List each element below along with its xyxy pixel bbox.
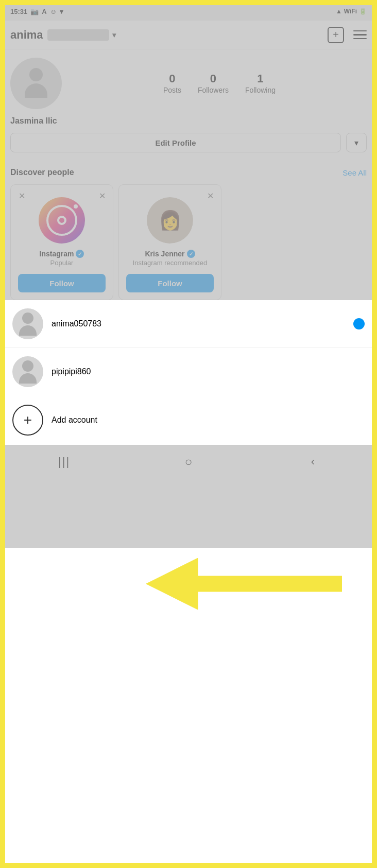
instagram-center [57,216,66,225]
edit-profile-button[interactable]: Edit Profile [10,133,341,152]
account-avatar-pipi [12,356,43,387]
account-dropdown-arrow[interactable]: ▾ [112,31,116,39]
discover-header: Discover people See All [10,168,367,177]
battery-icon: 🔋 [359,8,367,15]
nav-back-button[interactable]: ||| [57,454,72,470]
suggestion-card-instagram: ✕ ✕ Instagram ✓ Popular Follow [10,184,113,300]
instagram-logo-avatar [39,197,85,244]
signal-icon: ▲ [336,8,342,15]
stats-row: 0 Posts 0 Followers 1 Following [72,72,367,95]
account-username-anima: anima050783 [52,319,345,328]
account-switcher-panel: anima050783 pipipipi860 + Add account [2,300,375,445]
svg-marker-0 [146,558,342,610]
status-bar: 15:31 📷 A ☺ ▾ ▲ WiFi 🔋 [2,2,375,21]
followers-label: Followers [198,86,229,94]
account-item-anima[interactable]: anima050783 [2,300,375,348]
kris-jenner-name-row: Kris Jenner ✓ [145,250,195,258]
pipi-person-icon [19,360,37,384]
active-account-indicator [353,318,365,329]
status-time: 15:31 [10,8,27,15]
kris-jenner-photo: 👩 [147,197,193,244]
kris-jenner-verified-badge: ✓ [187,250,195,258]
menu-button[interactable] [353,30,367,40]
instagram-follow-button[interactable]: Follow [18,274,106,292]
pipi-avatar-body [19,373,37,384]
posts-stat[interactable]: 0 Posts [163,72,181,95]
plus-icon: + [333,29,339,41]
hamburger-line-1 [353,30,367,32]
suggestion-card-kris-jenner: ✕ 👩 Kris Jenner ✓ Instagram recommended … [118,184,221,300]
text-a-icon: A [42,8,46,15]
add-account-item[interactable]: + Add account [2,395,375,445]
username-blur-mask [47,29,109,41]
chevron-status-icon: ▾ [60,8,63,15]
status-bar-right: ▲ WiFi 🔋 [336,8,367,15]
hamburger-line-2 [353,34,367,36]
anima-avatar-head [22,313,33,324]
add-post-button[interactable]: + [328,27,344,43]
profile-display-name: Jasmina Ilic [10,116,367,126]
see-all-button[interactable]: See All [342,168,367,177]
chevron-down-icon: ▾ [354,138,358,148]
plus-icon-add: + [24,412,32,428]
profile-options-button[interactable]: ▾ [346,133,367,152]
top-nav-right: + [328,27,367,43]
profile-avatar[interactable] [10,58,62,109]
top-nav: anima ▾ + [2,21,375,49]
posts-label: Posts [163,86,181,94]
forward-chevron-icon: ‹ [311,455,315,468]
card-dismiss-left[interactable]: ✕ [16,190,27,201]
avatar-head [29,68,43,81]
account-item-pipi[interactable]: pipipipi860 [2,348,375,395]
default-avatar-icon [21,68,52,99]
top-nav-username: anima [10,28,43,42]
status-bar-left: 15:31 📷 A ☺ ▾ [10,8,63,15]
face-status-icon: ☺ [50,8,57,15]
followers-stat[interactable]: 0 Followers [198,72,229,95]
followers-count: 0 [198,72,229,85]
card-dismiss-instagram[interactable]: ✕ [96,190,108,201]
discover-section: Discover people See All ✕ ✕ Instagram ✓ … [2,168,375,300]
kris-jenner-name: Kris Jenner [145,250,184,258]
pipi-avatar-head [22,360,33,372]
back-lines-icon: ||| [58,455,70,468]
discover-people-title: Discover people [10,168,74,177]
nav-home-button[interactable]: ○ [181,454,196,470]
profile-section: 0 Posts 0 Followers 1 Following Jasmina … [2,49,375,168]
kris-jenner-avatar: 👩 [147,197,193,244]
anima-avatar-body [19,325,37,336]
instagram-top-dot [74,204,78,209]
following-label: Following [245,86,276,94]
posts-count: 0 [163,72,181,85]
camera-status-icon: 📷 [30,8,39,15]
kris-jenner-follow-button[interactable]: Follow [126,274,214,292]
suggestions-row: ✕ ✕ Instagram ✓ Popular Follow ✕ [10,184,367,300]
hamburger-line-3 [353,38,367,40]
yellow-arrow-annotation [146,558,342,612]
home-circle-icon: ○ [185,455,193,469]
avatar-body [25,83,47,98]
arrow-svg [146,558,342,610]
add-account-button[interactable]: + [12,405,43,436]
profile-header: 0 Posts 0 Followers 1 Following [10,58,367,109]
following-count: 1 [245,72,276,85]
card-dismiss-kris[interactable]: ✕ [204,190,216,201]
bottom-nav: ||| ○ ‹ [2,445,375,478]
instagram-name-row: Instagram ✓ [40,250,84,258]
instagram-name: Instagram [40,250,74,258]
instagram-gradient-logo [39,197,85,244]
wifi-icon: WiFi [344,8,357,15]
kris-jenner-subtitle: Instagram recommended [133,259,208,267]
instagram-verified-badge: ✓ [76,250,84,258]
instagram-subtitle: Popular [50,259,74,267]
nav-forward-button[interactable]: ‹ [305,454,320,470]
anima-person-icon [19,313,37,336]
following-stat[interactable]: 1 Following [245,72,276,95]
top-nav-left[interactable]: anima ▾ [10,28,116,42]
add-account-label: Add account [52,415,97,425]
edit-profile-row: Edit Profile ▾ [10,133,367,152]
account-avatar-anima [12,308,43,339]
instagram-ring [46,205,77,236]
account-username-pipi: pipipipi860 [52,367,365,376]
